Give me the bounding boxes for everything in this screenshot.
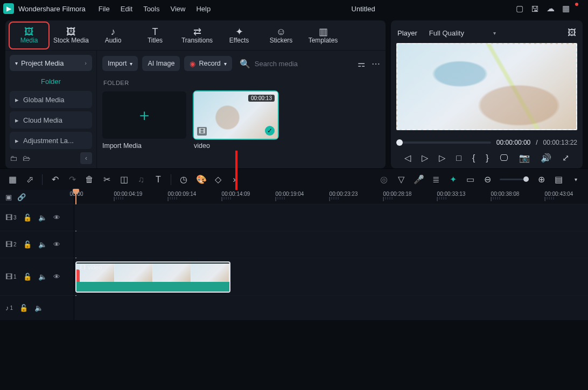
sidebar-item-global-media[interactable]: ▸Global Media: [10, 91, 92, 108]
track-options-icon[interactable]: ▾: [571, 176, 580, 182]
player-quality-select[interactable]: Full Quality: [429, 29, 464, 37]
zoom-slider[interactable]: [500, 179, 529, 180]
lock-icon[interactable]: 🔓: [23, 273, 32, 281]
crop-icon[interactable]: ◫: [119, 174, 129, 185]
text-tool-icon[interactable]: T: [153, 175, 163, 185]
mute-icon[interactable]: 🔈: [34, 304, 43, 312]
tab-templates[interactable]: ▥Templates: [304, 23, 342, 48]
auto-ripple-icon[interactable]: ✦: [448, 174, 458, 185]
project-media-label: Project Media: [21, 59, 64, 67]
visibility-icon[interactable]: 👁: [53, 214, 60, 222]
time-ruler[interactable]: 00:00 00:00:04:19 00:00:09:14 00:00:14:0…: [74, 190, 588, 204]
search-input[interactable]: [255, 60, 350, 68]
tab-titles-label: Titles: [148, 37, 163, 44]
tab-titles[interactable]: TTitles: [136, 23, 174, 48]
lock-icon[interactable]: 🔓: [23, 240, 32, 249]
chevron-down-icon: ▾: [130, 61, 132, 67]
playback-scrubber[interactable]: [396, 141, 491, 144]
more-tools-icon[interactable]: »: [230, 175, 240, 185]
fullscreen-icon[interactable]: ⤢: [562, 153, 569, 163]
redo-icon[interactable]: ↷: [67, 174, 77, 185]
video-track-icon: 🎞3: [5, 214, 17, 222]
apps-grid-icon[interactable]: ▦: [8, 174, 17, 185]
tab-media[interactable]: 🖼Media: [10, 23, 48, 48]
volume-icon[interactable]: 🔊: [541, 153, 551, 163]
new-folder-icon[interactable]: 🗀: [10, 154, 17, 162]
document-title: Untitled: [211, 5, 516, 13]
menu-view[interactable]: View: [170, 5, 185, 13]
sidebar-item-label: Global Media: [23, 96, 65, 104]
import-button[interactable]: Import▾: [102, 56, 138, 71]
layout-icon[interactable]: ▢: [516, 4, 523, 13]
zoom-in-icon[interactable]: ⊕: [536, 174, 546, 185]
sidebar-item-adjustment-layer[interactable]: ▸Adjustment La...: [10, 132, 92, 149]
ai-image-button[interactable]: AI Image: [142, 56, 180, 71]
filter-icon[interactable]: ⚎: [358, 59, 365, 69]
mark-in-icon[interactable]: {: [472, 153, 475, 163]
stop-icon[interactable]: □: [456, 153, 461, 163]
track-lane[interactable]: [74, 296, 588, 320]
more-icon[interactable]: ⋯: [372, 59, 380, 69]
track-height-icon[interactable]: ▤: [554, 174, 563, 185]
display-icon[interactable]: 🖵: [500, 153, 508, 163]
split-icon[interactable]: ✂: [102, 174, 111, 185]
visibility-icon[interactable]: 👁: [53, 273, 60, 281]
play-icon[interactable]: ▷: [439, 153, 445, 163]
save-icon[interactable]: 🖫: [531, 4, 539, 13]
panel-tabs: 🖼Media 🖼Stock Media ♪Audio TTitles ⇄Tran…: [5, 20, 386, 51]
delete-icon[interactable]: 🗑: [85, 175, 94, 185]
music-icon[interactable]: ♫: [136, 175, 146, 185]
track-lane[interactable]: [74, 204, 588, 231]
target-icon[interactable]: ◎: [379, 174, 389, 185]
prev-frame-icon[interactable]: ◁: [404, 153, 411, 163]
new-bin-icon[interactable]: 🗁: [23, 154, 30, 162]
collapse-sidebar-button[interactable]: ‹: [80, 152, 92, 164]
video-track-icon: 🎞2: [5, 240, 17, 249]
apps-icon[interactable]: ▦: [562, 4, 570, 13]
menu-file[interactable]: File: [99, 5, 110, 13]
media-icon: 🖼: [24, 27, 34, 37]
snapshot-icon[interactable]: 📷: [519, 153, 530, 163]
track-lane[interactable]: 🎞video: [74, 258, 588, 295]
track-lane[interactable]: [74, 231, 588, 258]
speed-icon[interactable]: ◷: [179, 174, 188, 185]
record-button[interactable]: ◉Record▾: [184, 56, 232, 71]
player-preview[interactable]: [396, 43, 577, 130]
mute-icon[interactable]: 🔈: [38, 273, 47, 281]
keyframe-icon[interactable]: ◇: [213, 174, 223, 185]
render-icon[interactable]: ▭: [465, 174, 475, 185]
tab-transitions[interactable]: ⇄Transitions: [178, 23, 216, 48]
video-media-card[interactable]: 00:00:13 🎞 ✓ video: [194, 91, 278, 150]
tab-audio[interactable]: ♪Audio: [94, 23, 132, 48]
tab-stickers[interactable]: ☺Stickers: [262, 23, 300, 48]
timeline-clip[interactable]: 🎞video: [75, 261, 230, 293]
mic-icon[interactable]: 🎤: [414, 174, 423, 185]
tab-effects[interactable]: ✦Effects: [220, 23, 258, 48]
lock-icon[interactable]: 🔓: [23, 214, 32, 222]
marker-icon[interactable]: ▽: [396, 174, 406, 185]
lock-icon[interactable]: 🔓: [19, 304, 28, 312]
zoom-out-icon[interactable]: ⊖: [482, 174, 492, 185]
link-icon[interactable]: 🔗: [17, 193, 26, 201]
tab-stock-media[interactable]: 🖼Stock Media: [52, 23, 90, 48]
import-media-card[interactable]: ＋ Import Media: [102, 91, 186, 150]
scrubber-knob[interactable]: [396, 139, 403, 146]
mixer-icon[interactable]: ≣: [431, 174, 440, 185]
title-bar: ▶ Wondershare Filmora File Edit Tools Vi…: [0, 0, 588, 17]
undo-icon[interactable]: ↶: [50, 174, 60, 185]
menu-edit[interactable]: Edit: [121, 5, 132, 13]
visibility-icon[interactable]: 👁: [53, 240, 60, 249]
color-icon[interactable]: 🎨: [196, 174, 206, 185]
compare-view-icon[interactable]: 🖾: [568, 28, 576, 38]
play-backward-icon[interactable]: ▷: [422, 153, 428, 163]
menu-help[interactable]: Help: [196, 5, 211, 13]
pointer-icon[interactable]: ⬀: [25, 174, 34, 185]
mute-icon[interactable]: 🔈: [38, 214, 47, 222]
project-media-header[interactable]: ▾Project Media›: [10, 55, 92, 71]
timeline-settings-icon[interactable]: ▣: [5, 193, 12, 201]
mute-icon[interactable]: 🔈: [38, 240, 47, 249]
menu-tools[interactable]: Tools: [143, 5, 159, 13]
cloud-upload-icon[interactable]: ☁: [547, 4, 555, 13]
sidebar-item-cloud-media[interactable]: ▸Cloud Media: [10, 111, 92, 129]
mark-out-icon[interactable]: }: [486, 153, 488, 163]
